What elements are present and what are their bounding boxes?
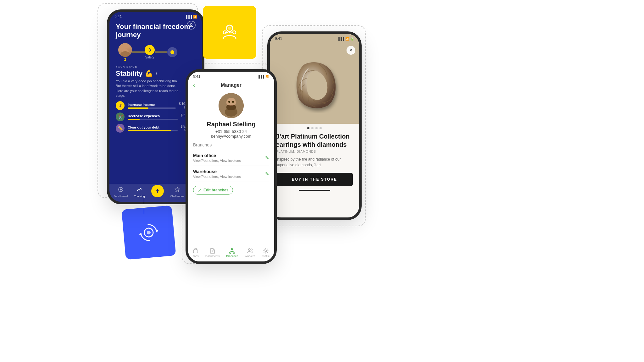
time-middle: 9:41 — [193, 74, 200, 79]
branch-main-office[interactable]: Main office View/Post offers, View invoi… — [193, 150, 269, 166]
home-indicator — [299, 190, 330, 191]
dot-1[interactable] — [307, 127, 309, 129]
edit-branches-label: Edit branches — [203, 188, 228, 192]
dot-4[interactable] — [319, 127, 322, 129]
wifi-middle: 📶 — [265, 75, 269, 78]
nav-challenges[interactable]: Challenges — [170, 187, 184, 198]
jobs-icon — [192, 248, 199, 254]
warehouse-edit-icon[interactable]: ✎ — [265, 171, 269, 177]
edit-branches-button[interactable]: Edit branches — [193, 186, 233, 195]
challenge-income: 💰 Increase income $ 10,000.00$ 4,300... — [116, 101, 196, 110]
step-4-circle — [167, 47, 177, 57]
dot-2[interactable] — [311, 127, 314, 129]
income-icon: 💰 — [116, 101, 125, 110]
step-3-label: Safety — [145, 56, 154, 59]
signal-right: ▐▐▐ — [337, 37, 344, 41]
nav-workers[interactable]: Workers — [245, 248, 255, 258]
manager-phone: 9:41 ▐▐▐ 📶 ‹ Manager Raphael Stelling +3… — [186, 69, 277, 264]
stability-row: Stability 💪 ℹ — [116, 69, 196, 78]
avatar-step — [118, 43, 132, 57]
challenge-debt-info: Clear out your debt — [128, 125, 178, 131]
nav-dashboard[interactable]: Dashboard — [114, 187, 128, 198]
svg-point-17 — [228, 101, 230, 103]
svg-point-27 — [265, 250, 267, 252]
jewelry-description: Inspired by the fire and radiance of our… — [276, 156, 353, 168]
nav-add-button[interactable]: + — [151, 185, 164, 197]
step-line-1 — [132, 52, 145, 52]
jewelry-content: J'art Platinum Collection earrings with … — [270, 132, 359, 196]
jewelry-title: J'art Platinum Collection earrings with … — [276, 132, 353, 149]
challenge-expenses: ✂️ Decrease expenses $ 2,200.00$ 524... — [116, 112, 196, 121]
nav-profile-middle-label: Profile — [262, 255, 270, 258]
tracking-icon — [136, 187, 142, 194]
bracelet-image — [283, 52, 346, 114]
nav-tracking[interactable]: Tracking — [134, 187, 145, 198]
branches-section: Branches Main office View/Post offers, V… — [188, 142, 274, 182]
nav-profile-middle[interactable]: Profile — [262, 248, 270, 258]
image-dots — [270, 124, 359, 132]
challenge-expenses-name: Decrease expenses — [128, 114, 178, 118]
profile-icon-left[interactable] — [187, 21, 196, 30]
branch-warehouse[interactable]: Warehouse View/Post offers, View invoice… — [193, 166, 269, 182]
bottom-nav-middle: Jobs Documents Branches Workers Profile — [188, 245, 274, 261]
svg-point-9 — [190, 24, 192, 25]
manager-avatar — [219, 93, 244, 118]
status-bar-middle: 9:41 ▐▐▐ 📶 — [188, 72, 274, 80]
status-bar-left: 9:41 ▐▐▐ 📶 — [109, 12, 202, 20]
debt-icon: ✏️ — [116, 124, 125, 133]
yellow-feature-card[interactable] — [203, 6, 256, 59]
main-office-name: Main office — [193, 153, 241, 158]
dot-3[interactable] — [315, 127, 318, 129]
manager-name: Raphael Stelling — [188, 121, 274, 128]
user-network-icon — [219, 21, 241, 43]
workers-icon — [247, 248, 253, 254]
jewelry-image-area: ✕ — [270, 42, 359, 124]
svg-point-1 — [228, 27, 231, 30]
nav-documents-label: Documents — [205, 255, 220, 258]
signal-middle: ▐▐▐ — [258, 75, 264, 78]
jewelry-materials: PLATINUM, DIAMONDS — [276, 150, 353, 153]
nav-jobs-label: Jobs — [193, 255, 199, 258]
battery-right: 🔋 — [350, 37, 354, 41]
buy-button[interactable]: BUY IN THE STORE — [276, 173, 353, 186]
svg-point-26 — [251, 249, 252, 250]
nav-documents[interactable]: Documents — [205, 248, 220, 258]
svg-point-18 — [232, 101, 234, 103]
branches-icon — [229, 248, 235, 254]
stage-label: YOUR STAGE — [116, 65, 196, 68]
back-button[interactable]: ‹ — [193, 82, 195, 89]
nav-dashboard-label: Dashboard — [114, 195, 128, 198]
manager-header: ‹ Manager — [188, 80, 274, 90]
expenses-icon: ✂️ — [116, 112, 125, 121]
wifi-icon: 📶 — [193, 15, 197, 19]
edit-icon — [198, 188, 202, 192]
wifi-right: 📶 — [345, 37, 349, 41]
settings-cycle-icon — [137, 221, 161, 244]
svg-point-23 — [230, 252, 231, 254]
nav-challenges-label: Challenges — [170, 195, 184, 198]
stage-description: You did a very good job of achieving tha… — [116, 79, 196, 98]
svg-point-11 — [120, 189, 122, 190]
close-button[interactable]: ✕ — [347, 46, 355, 55]
nav-tracking-label: Tracking — [134, 195, 145, 198]
time-right: 9:41 — [275, 36, 282, 41]
nav-workers-label: Workers — [245, 255, 255, 258]
main-office-edit-icon[interactable]: ✎ — [265, 155, 269, 161]
manager-header-title: Manager — [221, 82, 242, 88]
warehouse-name: Warehouse — [193, 169, 241, 174]
challenge-income-name: Increase income — [128, 103, 176, 107]
step-line-2 — [155, 52, 167, 52]
main-office-actions: View/Post offers, View invoices — [193, 159, 241, 162]
svg-point-6 — [147, 230, 151, 234]
warehouse-actions: View/Post offers, View invoices — [193, 175, 241, 178]
step-3-circle: 3 — [145, 45, 155, 55]
time-left: 9:41 — [114, 14, 122, 19]
nav-branches-label: Branches — [226, 255, 238, 258]
nav-jobs[interactable]: Jobs — [192, 248, 199, 258]
blue-feature-card[interactable] — [121, 205, 176, 260]
manager-email: benny@company.com — [188, 134, 274, 139]
journey-steps: 2 3 Safety — [116, 43, 196, 61]
manager-phone-number: +31-655-5380-24 — [188, 129, 274, 134]
stage-info-icon: ℹ — [156, 71, 157, 75]
nav-branches[interactable]: Branches — [226, 248, 238, 258]
